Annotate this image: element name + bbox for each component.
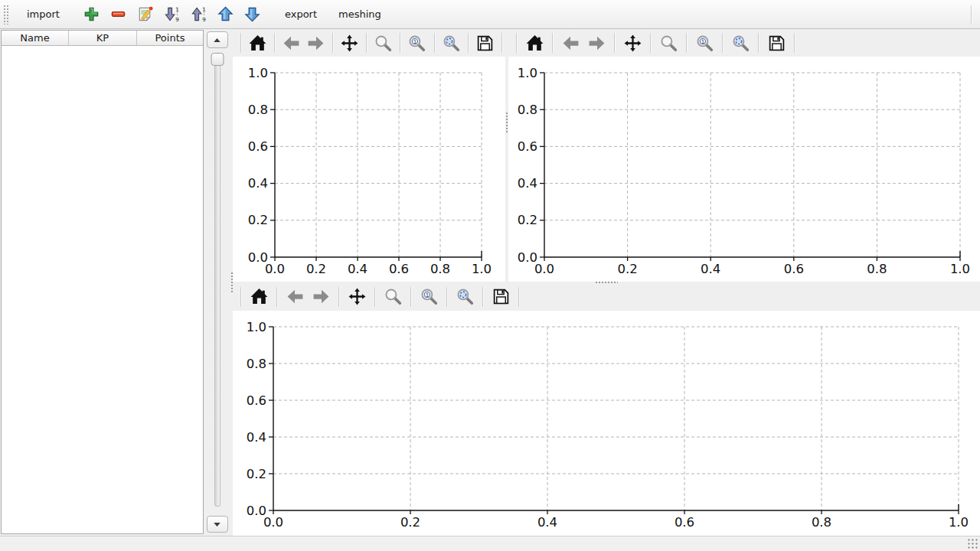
toolbar-separator	[274, 33, 275, 53]
plot-splitter-vertical[interactable]	[505, 29, 508, 282]
plot-canvas-top-left[interactable]: 0.00.20.40.60.81.00.00.20.40.60.81.0	[233, 57, 505, 282]
save-button[interactable]	[765, 31, 788, 54]
home-button[interactable]	[247, 285, 270, 308]
plot-canvas-top-right[interactable]: 0.00.20.40.60.81.00.00.20.40.60.81.0	[508, 57, 980, 282]
home-button[interactable]	[247, 31, 268, 54]
home-icon	[250, 287, 269, 306]
toolbar-drag-handle[interactable]	[3, 5, 8, 24]
save-icon	[475, 34, 495, 53]
column-header-name[interactable]: Name	[2, 31, 69, 46]
zoom-fit-button[interactable]	[441, 31, 462, 54]
tick-label: 0.6	[675, 515, 694, 530]
scroll-down-button[interactable]	[207, 516, 228, 533]
save-button[interactable]	[475, 31, 495, 54]
scroll-up-button[interactable]	[207, 31, 228, 48]
back-button[interactable]	[283, 285, 306, 308]
sort-descending-icon	[163, 5, 181, 23]
sort-descending-button[interactable]	[162, 4, 183, 25]
home-button[interactable]	[523, 31, 546, 54]
toolbar-separator	[374, 287, 375, 307]
forward-button[interactable]	[309, 285, 332, 308]
toolbar-separator	[240, 33, 241, 53]
pan-icon	[348, 287, 367, 306]
toolbar-separator	[794, 33, 795, 53]
zoom-fit-icon	[456, 287, 475, 306]
back-icon	[282, 34, 301, 53]
zoom-fit-button[interactable]	[729, 31, 752, 54]
move-up-button[interactable]	[215, 4, 237, 25]
tick-label: 0.2	[248, 213, 268, 227]
import-button[interactable]: import	[19, 5, 67, 23]
pan-icon	[623, 34, 642, 53]
zoom-one-icon	[420, 287, 439, 306]
vertical-slider[interactable]	[204, 53, 230, 508]
toolbar-separator	[614, 33, 615, 53]
remove-icon	[109, 5, 127, 23]
move-up-icon	[217, 5, 234, 23]
add-button[interactable]	[81, 4, 103, 25]
plot-toolbar-top-right	[508, 29, 980, 57]
plot-splitter-horizontal[interactable]	[233, 282, 980, 282]
forward-button[interactable]	[305, 31, 326, 54]
pan-button[interactable]	[621, 31, 644, 54]
slider-handle[interactable]	[211, 53, 224, 66]
main-toolbar: import export meshing	[0, 0, 980, 29]
triangle-up-icon	[211, 34, 223, 46]
table-header-row: Name KP Points	[2, 31, 203, 46]
column-header-points[interactable]: Points	[137, 31, 203, 46]
export-button[interactable]: export	[277, 5, 325, 23]
move-down-button[interactable]	[242, 4, 263, 25]
toolbar-separator	[332, 33, 333, 53]
pan-button[interactable]	[345, 285, 368, 308]
toolbar-separator	[650, 33, 651, 53]
forward-icon	[312, 287, 331, 306]
zoom-one-icon	[407, 34, 426, 53]
remove-button[interactable]	[108, 4, 129, 25]
resize-grip[interactable]	[968, 539, 978, 549]
back-button[interactable]	[281, 31, 302, 54]
plots-area: 0.00.20.40.60.81.00.00.20.40.60.81.0 0.0…	[233, 29, 980, 536]
toolbar-separator	[240, 287, 241, 307]
toolbar-separator	[468, 33, 469, 53]
toolbar-separator	[410, 287, 411, 307]
zoom-one-button[interactable]	[693, 31, 716, 54]
triangle-down-icon	[211, 519, 223, 530]
features-table: Name KP Points	[1, 30, 204, 534]
zoom-fit-button[interactable]	[453, 285, 476, 308]
forward-button[interactable]	[585, 31, 608, 54]
forward-icon	[306, 34, 325, 53]
zoom-one-button[interactable]	[417, 285, 440, 308]
plot-pane-top-left: 0.00.20.40.60.81.00.00.20.40.60.81.0	[233, 29, 505, 282]
tick-label: 0.6	[248, 139, 268, 154]
pan-button[interactable]	[339, 31, 360, 54]
table-body[interactable]	[2, 46, 203, 533]
panel-splitter[interactable]	[230, 29, 233, 536]
forward-icon	[587, 34, 606, 53]
toolbar-separator	[516, 33, 517, 53]
save-button[interactable]	[489, 285, 512, 308]
tick-label: 1.0	[248, 66, 268, 80]
zoom-button[interactable]	[381, 285, 404, 308]
edit-button[interactable]	[135, 4, 156, 25]
tick-label: 1.0	[950, 262, 970, 276]
tick-label: 0.8	[247, 357, 266, 371]
tick-label: 0.4	[348, 262, 368, 276]
tick-label: 0.6	[518, 139, 537, 154]
zoom-button[interactable]	[373, 31, 394, 54]
back-button[interactable]	[559, 31, 582, 54]
plot-canvas-bottom[interactable]: 0.00.20.40.60.81.00.00.20.40.60.81.0	[233, 311, 980, 536]
toolbar-separator	[518, 287, 519, 307]
splitter-grip	[505, 112, 508, 133]
toolbar-separator	[722, 33, 723, 53]
zoom-one-button[interactable]	[407, 31, 427, 54]
tick-label: 0.4	[537, 515, 557, 530]
meshing-button[interactable]: meshing	[331, 5, 389, 23]
tick-label: 0.4	[247, 430, 266, 445]
zoom-icon	[659, 34, 678, 53]
column-header-kp[interactable]: KP	[69, 31, 137, 46]
toolbar-separator	[366, 33, 367, 53]
toolbar-separator	[758, 33, 759, 53]
sort-ascending-button[interactable]	[188, 4, 210, 25]
edit-icon	[136, 5, 154, 23]
zoom-button[interactable]	[657, 31, 680, 54]
